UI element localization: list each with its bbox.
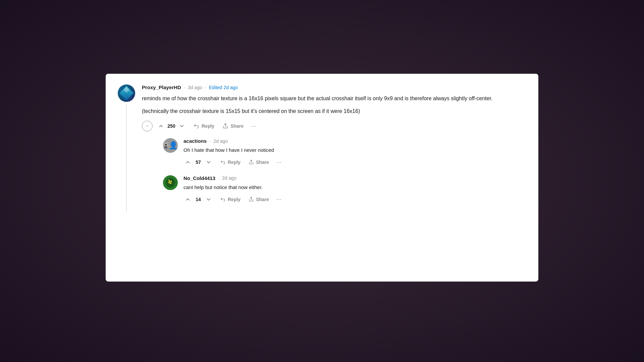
reply-timestamp-acactions: 2d ago	[213, 138, 228, 144]
reply-avatar-nocold	[163, 175, 178, 190]
reply-upvote-button-acactions[interactable]	[183, 158, 192, 167]
reply-reply-button-nocold[interactable]: Reply	[217, 195, 244, 204]
svg-point-3	[164, 146, 167, 148]
downvote-icon	[206, 159, 212, 165]
upvote-icon	[185, 159, 191, 165]
main-comment-text-line2: (technically the crosshair texture is 15…	[142, 107, 525, 116]
main-reply-label: Reply	[202, 123, 214, 129]
more-icon-acactions: ···	[276, 159, 281, 166]
reply-header-nocold: No_Cold4413 · 2d ago	[183, 175, 525, 181]
share-icon-nocold	[249, 197, 254, 202]
reply-downvote-button-acactions[interactable]	[204, 158, 213, 167]
reply-action-bar-nocold: 14	[183, 194, 525, 204]
reply-vote-section-nocold: 14	[183, 195, 213, 204]
main-comment-text: reminds me of how the crosshair texture …	[142, 94, 525, 115]
share-label-acactions: Share	[256, 160, 269, 165]
vote-section: 250	[157, 122, 186, 130]
collapse-button[interactable]: −	[142, 121, 153, 131]
collapse-icon: −	[146, 123, 149, 129]
reply-body-nocold: No_Cold4413 · 2d ago cant help but notic…	[179, 175, 525, 204]
thread-line	[126, 105, 127, 212]
reply-more-button-nocold[interactable]: ···	[274, 194, 284, 204]
main-comment-username: Proxy_PlayerHD	[142, 84, 181, 90]
reply-icon-acactions	[220, 160, 226, 165]
main-more-button[interactable]: ···	[248, 121, 259, 131]
acactions-avatar-svg	[163, 138, 169, 153]
reply-separator-dot: ·	[209, 138, 211, 144]
main-reply-button[interactable]: Reply	[190, 121, 218, 131]
reply-upvote-button-nocold[interactable]	[183, 195, 192, 204]
main-share-label: Share	[230, 123, 244, 129]
reply-separator-dot-nocold: ·	[218, 175, 219, 181]
reply-reply-button-acactions[interactable]: Reply	[217, 158, 244, 167]
downvote-button[interactable]	[177, 122, 186, 130]
share-label-nocold: Share	[256, 197, 269, 202]
reply-item: acactions · 2d ago Oh I hate that how I …	[162, 138, 525, 167]
reply-downvote-button-nocold[interactable]	[204, 195, 213, 204]
reply-share-button-nocold[interactable]: Share	[245, 195, 272, 204]
avatar	[118, 84, 135, 102]
reply-item-nocold: No_Cold4413 · 2d ago cant help but notic…	[162, 175, 525, 204]
separator-dot-1: ·	[184, 84, 185, 90]
reply-label-nocold: Reply	[228, 197, 240, 202]
replies-section: acactions · 2d ago Oh I hate that how I …	[162, 138, 525, 204]
reply-vote-count-nocold: 14	[194, 197, 202, 202]
reply-left-col-nocold	[162, 175, 179, 204]
main-comment-text-line1: reminds me of how the crosshair texture …	[142, 94, 525, 103]
separator-dot-2: ·	[205, 84, 206, 90]
svg-point-2	[165, 144, 167, 146]
reply-body-acactions: acactions · 2d ago Oh I hate that how I …	[179, 138, 525, 167]
main-comment-edited: Edited 2d ago	[209, 85, 238, 90]
reply-text-nocold: cant help but notice that now either.	[183, 184, 525, 191]
reply-username-acactions: acactions	[183, 138, 207, 144]
comment-header: Proxy_PlayerHD · 3d ago · Edited 2d ago	[142, 84, 525, 90]
reply-action-bar-acactions: 57	[183, 158, 525, 167]
upvote-icon-nocold	[185, 196, 191, 202]
reply-header-acactions: acactions · 2d ago	[183, 138, 525, 144]
share-icon-acactions	[249, 160, 254, 165]
reply-text-acactions: Oh I hate that how I have I never notice…	[183, 146, 525, 154]
main-comment-body: Proxy_PlayerHD · 3d ago · Edited 2d ago …	[137, 84, 525, 212]
reply-more-button-acactions[interactable]: ···	[274, 158, 284, 167]
main-comment-action-bar: − 250	[142, 121, 525, 131]
comment-card: Proxy_PlayerHD · 3d ago · Edited 2d ago …	[106, 74, 538, 282]
main-comment-timestamp: 3d ago	[188, 85, 202, 90]
avatar-diamond-icon	[119, 86, 133, 100]
nocold-avatar-svg	[163, 175, 178, 190]
reply-timestamp-nocold: 2d ago	[222, 175, 236, 181]
reply-share-button-acactions[interactable]: Share	[245, 158, 272, 167]
reply-username-nocold: No_Cold4413	[183, 175, 215, 181]
main-comment: Proxy_PlayerHD · 3d ago · Edited 2d ago …	[116, 84, 525, 212]
reply-vote-count-acactions: 57	[194, 160, 202, 165]
main-share-button[interactable]: Share	[219, 121, 247, 131]
upvote-button[interactable]	[157, 122, 165, 130]
downvote-icon	[179, 123, 185, 129]
upvote-icon	[158, 123, 164, 129]
reply-icon	[194, 123, 200, 129]
more-icon: ···	[251, 123, 256, 130]
reply-label-acactions: Reply	[228, 160, 240, 165]
reply-avatar-acactions	[163, 138, 178, 153]
reply-icon-nocold	[220, 197, 226, 202]
more-icon-nocold: ···	[276, 196, 281, 203]
reply-vote-section-acactions: 57	[183, 158, 213, 167]
main-vote-count: 250	[167, 123, 175, 129]
reply-left-col	[162, 138, 179, 167]
share-icon	[222, 123, 228, 129]
main-comment-left-col	[116, 84, 137, 212]
downvote-icon-nocold	[206, 196, 212, 202]
